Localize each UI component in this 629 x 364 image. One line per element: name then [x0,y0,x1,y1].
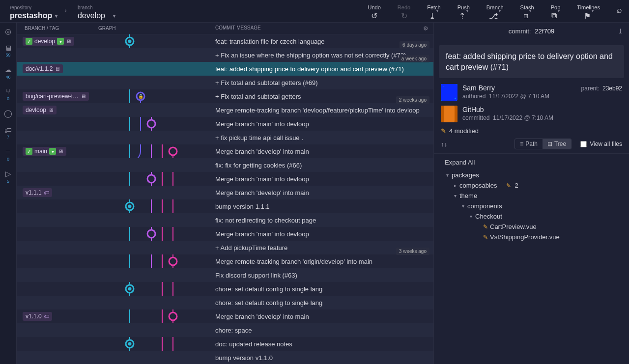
rail-desktop[interactable]: 🖥59 [0,42,16,59]
rail-play[interactable]: ▷5 [0,168,16,185]
tree-file[interactable]: ✎VsfShippingProvider.vue [441,232,622,242]
rail-stack[interactable]: ≣0 [0,146,16,163]
gear-icon[interactable]: ⚙ [423,25,433,32]
commit-message: Merge branch 'main' into devloop [209,230,433,238]
undo-icon: ↺ [371,11,377,20]
commit-row[interactable]: Merge branch 'main' into devloop [17,227,433,241]
commit-row[interactable]: devloop🖥Merge remote-tracking branch 'de… [17,103,433,117]
tree-folder[interactable]: ▾theme [441,191,622,201]
branch-button[interactable]: Branch⎇▾ [483,3,508,22]
remote-icon: 🖥 [55,66,60,72]
branch-badge[interactable]: doc/v1.1.2🖥 [23,64,63,73]
commit-sha[interactable]: 22f709 [535,28,554,35]
commit-message: fix: not redirecting to checkout page [209,217,433,224]
pencil-icon: ✎ [483,224,488,230]
commit-row[interactable]: + Add pickupTime feature [17,241,433,254]
commit-row[interactable]: Merge remote-tracking branch 'origin/dev… [17,254,433,268]
branch-badge[interactable]: devloop🖥 [23,106,57,114]
commit-row[interactable]: fix: not redirecting to checkout page [17,213,433,227]
remote-icon: 🖥 [48,107,54,113]
push-icon: ⇡▾ [459,11,468,20]
branch-badge[interactable]: ✓main▾🖥 [23,147,66,156]
committer-row: GitHub committed 11/17/2022 @ 7:10 AM [434,105,629,123]
commit-message: fix: fix for getting cookies (#66) [209,162,433,169]
commits-list[interactable]: 🔒🔒🔒 ✓develop▾🖥feat: translation file for… [17,34,433,364]
columns-header: BRANCH / TAG GRAPH COMMIT MESSAGE⚙ [17,23,433,34]
fetch-button[interactable]: Fetch⤓▾ [423,3,445,22]
disclosure-icon: ▾ [460,203,465,209]
push-button[interactable]: Push⇡▾ [454,3,474,22]
commit-row[interactable]: + Fix total and subtotal getters (#69) [17,76,433,89]
branch-badge[interactable]: bug/cart-preview-t…🖥 [23,92,89,101]
tag-icon: 🏷 [44,313,49,319]
commit-row[interactable]: bug/cart-preview-t…🖥+ Fix total and subt… [17,89,433,103]
toolbar-actions: Undo↺Redo↻Fetch⤓▾Push⇡▾Branch⎇▾Stash⧈▾Po… [364,3,610,22]
tree-folder[interactable]: ▸composables✎2 [441,180,622,191]
commit-row[interactable]: ✓main▾🖥Merge branch 'develop' into main [17,144,433,158]
commit-row[interactable]: doc/v1.1.2🖥feat: added shipping price to… [17,62,433,76]
sort-icon[interactable]: ↑↓ [441,140,447,148]
rail-tags[interactable]: 🏷7 [0,124,16,141]
pop-button[interactable]: Pop⧉▾ [547,3,565,22]
commit-row[interactable]: + Fix an issue where the shipping option… [17,48,433,62]
rail-target[interactable]: ◎ [0,26,16,37]
commit-label: commit: [509,28,531,35]
commit-row[interactable]: v1.1.1🏷Merge branch 'develop' into main [17,186,433,199]
disclosure-icon: ▾ [468,214,473,219]
commit-row[interactable]: fix: fix for getting cookies (#66) [17,158,433,172]
author-name: Sam Berry [462,84,549,92]
tree-folder[interactable]: ▾components [441,201,622,211]
commit-row[interactable]: ✓develop▾🖥feat: translation file for cze… [17,34,433,48]
search-icon[interactable]: ⌕ [610,2,629,20]
branch-badge[interactable]: ✓develop▾🖥 [23,37,74,46]
pop-icon: ⧉▾ [551,11,560,20]
stack-icon: ≣ [5,147,11,156]
remote-icon: 🖥 [58,148,63,154]
download-icon[interactable]: ⤓ [618,28,623,35]
branch-value: develop [78,11,105,20]
rail-github[interactable]: ◯ [0,108,16,119]
file-tree: Expand All ▾packages▸composables✎2▾theme… [434,154,629,245]
stash-button[interactable]: Stash⧈▾ [516,3,538,22]
pencil-icon: ✎ [483,234,488,241]
commit-row[interactable]: chore: set default config to single lang [17,296,433,309]
col-msg-header: COMMIT MESSAGE⚙ [209,25,433,32]
commit-row[interactable]: chore: set default config to single lang [17,282,433,296]
time-divider: 3 weeks ago [396,248,429,255]
commit-row[interactable]: Fix discord support link (#63) [17,268,433,282]
commit-row[interactable]: bump version v1.1.0 [17,351,433,364]
pr-icon: ⑂ [6,87,10,96]
commit-row[interactable]: + fix pickup time api call issue . [17,131,433,144]
commit-row[interactable]: v1.1.0🏷Merge branch 'develop' into main [17,309,433,323]
tags-icon: 🏷 [4,126,12,134]
view-all-files-checkbox[interactable]: View all files [580,140,622,147]
rail-cloud[interactable]: ☁46 [0,64,16,81]
parent-sha[interactable]: 23eb92 [602,85,622,92]
commit-message: bump version 1.1.1 [209,203,433,210]
view-path-button[interactable]: ≡Path [515,139,543,149]
undo-button[interactable]: Undo↺ [364,3,385,22]
commit-row[interactable]: bump version 1.1.1 [17,199,433,213]
commit-row[interactable]: doc: updated release notes [17,337,433,351]
branch-selector[interactable]: branch develop▾ [68,4,121,22]
commit-message: bump version v1.1.0 [209,354,433,362]
expand-all-button[interactable]: Expand All [441,157,622,170]
tree-file[interactable]: ✎CartPreview.vue [441,222,622,232]
commit-message: chore: set default config to single lang [209,285,433,293]
tag-badge[interactable]: v1.1.0🏷 [23,312,52,321]
commit-row[interactable]: Merge branch 'main' into devloop [17,117,433,131]
pencil-icon: ✎ [441,127,446,135]
tree-folder[interactable]: ▾Checkout [441,211,622,222]
rail-pr[interactable]: ⑂0 [0,86,16,103]
branch-label: branch [78,5,115,10]
repository-selector[interactable]: repository prestashop▾ [0,4,63,22]
tree-folder[interactable]: ▾packages [441,170,622,180]
timelines-button[interactable]: Timelines⚑▾ [573,3,604,22]
view-tree-button[interactable]: ⊟Tree [543,139,571,149]
commit-row[interactable]: Merge branch 'main' into devloop [17,172,433,186]
left-rail: ◎🖥59☁46⑂0◯🏷7≣0▷5 [0,23,17,364]
tag-badge[interactable]: v1.1.1🏷 [23,188,52,197]
committer-avatar [441,106,457,122]
commit-row[interactable]: chore: space [17,323,433,337]
chevron-down-icon: ▾ [55,13,57,19]
